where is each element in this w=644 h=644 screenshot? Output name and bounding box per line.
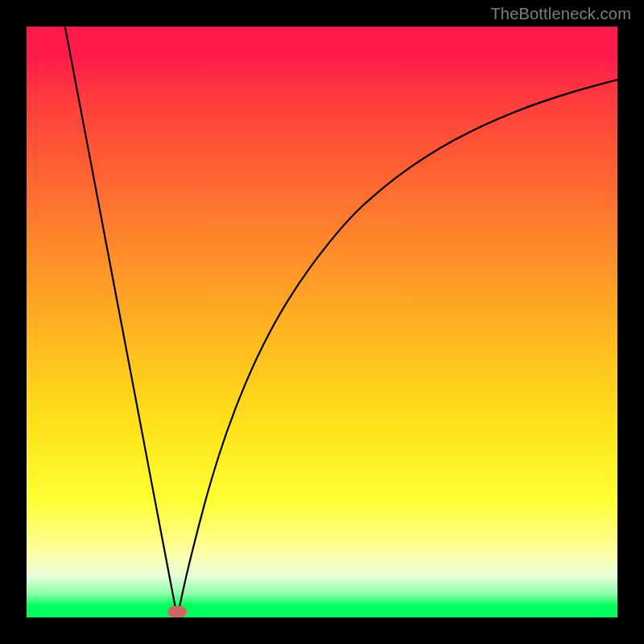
optimum-marker xyxy=(167,606,187,617)
bottleneck-curve xyxy=(27,27,617,617)
chart-frame: TheBottleneck.com xyxy=(0,0,644,644)
plot-area xyxy=(27,27,617,617)
watermark-text: TheBottleneck.com xyxy=(490,5,631,23)
